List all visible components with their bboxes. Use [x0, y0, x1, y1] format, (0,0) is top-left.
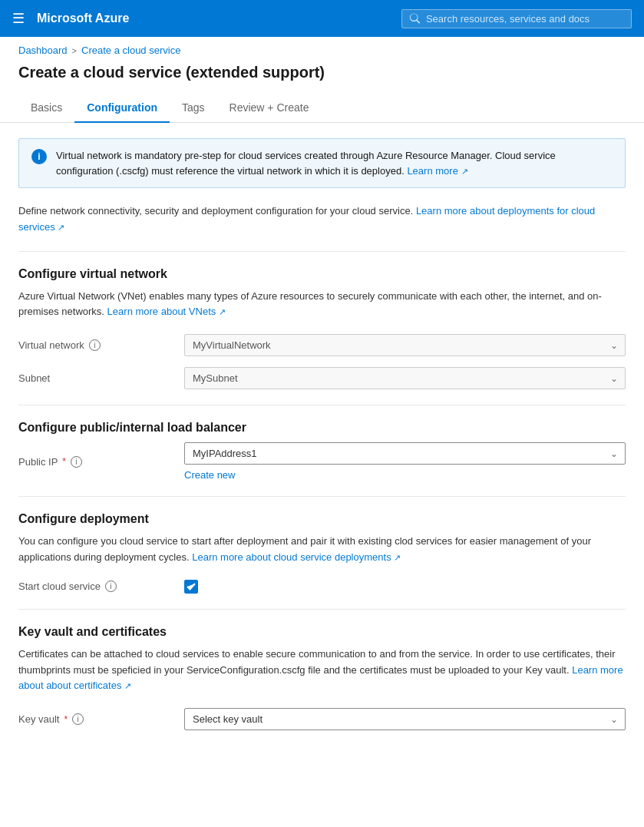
page-title: Create a cloud service (extended support…: [0, 61, 644, 94]
key-vault-select[interactable]: Select key vault: [184, 708, 626, 730]
tabs-bar: Basics Configuration Tags Review + Creat…: [0, 94, 644, 123]
virtual-network-dropdown-wrapper: MyVirtualNetwork ⌄: [184, 334, 626, 356]
deployment-learn-more-link[interactable]: Learn more about cloud service deploymen…: [192, 551, 401, 563]
key-vault-dropdown-wrapper: Select key vault ⌄: [184, 708, 626, 730]
deployment-section-heading: Configure deployment: [18, 512, 626, 526]
create-new-link[interactable]: Create new: [184, 469, 626, 481]
subnet-label: Subnet: [18, 372, 172, 384]
info-banner: i Virtual network is mandatory pre-step …: [18, 138, 626, 188]
public-ip-dropdown-wrapper: MyIPAddress1 ⌄: [184, 442, 626, 465]
virtual-network-control: MyVirtualNetwork ⌄: [184, 334, 626, 356]
public-ip-control: MyIPAddress1 ⌄ Create new: [184, 442, 626, 481]
lb-section-heading: Configure public/internal load balancer: [18, 421, 626, 435]
divider-1: [18, 251, 626, 252]
public-ip-row: Public IP * i MyIPAddress1 ⌄ Create new: [18, 442, 626, 481]
vnet-learn-more-link[interactable]: Learn more about VNets ↗: [107, 306, 226, 317]
info-banner-learn-more-link[interactable]: Learn more ↗: [407, 165, 467, 177]
subnet-dropdown-wrapper: MySubnet ⌄: [184, 367, 626, 389]
divider-2: [18, 405, 626, 405]
start-cloud-service-checkbox[interactable]: [184, 580, 198, 594]
breadcrumb: Dashboard > Create a cloud service: [0, 37, 644, 61]
key-vault-control: Select key vault ⌄: [184, 708, 626, 730]
main-content: i Virtual network is mandatory pre-step …: [0, 123, 644, 756]
start-cloud-service-checkbox-wrapper[interactable]: [184, 580, 198, 594]
key-vault-label: Key vault * i: [18, 713, 172, 725]
start-cloud-service-info-icon[interactable]: i: [105, 581, 117, 592]
breadcrumb-home[interactable]: Dashboard: [18, 45, 68, 56]
breadcrumb-separator: >: [72, 46, 77, 55]
tab-configuration[interactable]: Configuration: [74, 94, 170, 123]
vnet-section-heading: Configure virtual network: [18, 267, 626, 281]
tab-tags[interactable]: Tags: [170, 94, 217, 123]
hamburger-menu-icon[interactable]: ☰: [12, 10, 25, 27]
checkmark-icon: [187, 582, 196, 591]
start-cloud-service-row: Start cloud service i: [18, 580, 626, 594]
tab-review-create[interactable]: Review + Create: [217, 94, 322, 123]
search-bar[interactable]: [401, 9, 632, 28]
key-vault-info-icon[interactable]: i: [72, 713, 84, 725]
deployment-section-subtext: You can configure you cloud service to s…: [18, 534, 626, 566]
public-ip-select[interactable]: MyIPAddress1: [184, 442, 626, 465]
keyvault-section-heading: Key vault and certificates: [18, 625, 626, 639]
breadcrumb-current[interactable]: Create a cloud service: [81, 45, 180, 56]
section-description: Define network connectivity, security an…: [18, 203, 626, 236]
info-banner-text: Virtual network is mandatory pre-step fo…: [56, 148, 613, 178]
key-vault-row: Key vault * i Select key vault ⌄: [18, 708, 626, 730]
virtual-network-row: Virtual network i MyVirtualNetwork ⌄: [18, 334, 626, 356]
divider-4: [18, 609, 626, 610]
start-cloud-service-label: Start cloud service i: [18, 581, 172, 592]
search-icon: [410, 13, 420, 24]
top-navigation: ☰ Microsoft Azure: [0, 0, 644, 37]
search-input[interactable]: [426, 13, 623, 25]
public-ip-label: Public IP * i: [18, 456, 172, 468]
info-banner-icon: i: [31, 149, 47, 164]
subnet-select[interactable]: MySubnet: [184, 367, 626, 389]
virtual-network-label: Virtual network i: [18, 339, 172, 351]
vnet-section-subtext: Azure Virtual Network (VNet) enables man…: [18, 289, 626, 321]
subnet-control: MySubnet ⌄: [184, 367, 626, 389]
create-new-anchor[interactable]: Create new: [184, 469, 235, 481]
public-ip-info-icon[interactable]: i: [71, 456, 82, 468]
public-ip-required-indicator: *: [62, 456, 66, 467]
subnet-row: Subnet MySubnet ⌄: [18, 367, 626, 389]
keyvault-section-subtext: Certificates can be attached to cloud se…: [18, 647, 626, 694]
key-vault-required-indicator: *: [64, 714, 68, 725]
brand-logo: Microsoft Azure: [37, 12, 389, 25]
tab-basics[interactable]: Basics: [18, 94, 74, 123]
virtual-network-info-icon[interactable]: i: [89, 339, 101, 351]
divider-3: [18, 496, 626, 497]
virtual-network-select[interactable]: MyVirtualNetwork: [184, 334, 626, 356]
